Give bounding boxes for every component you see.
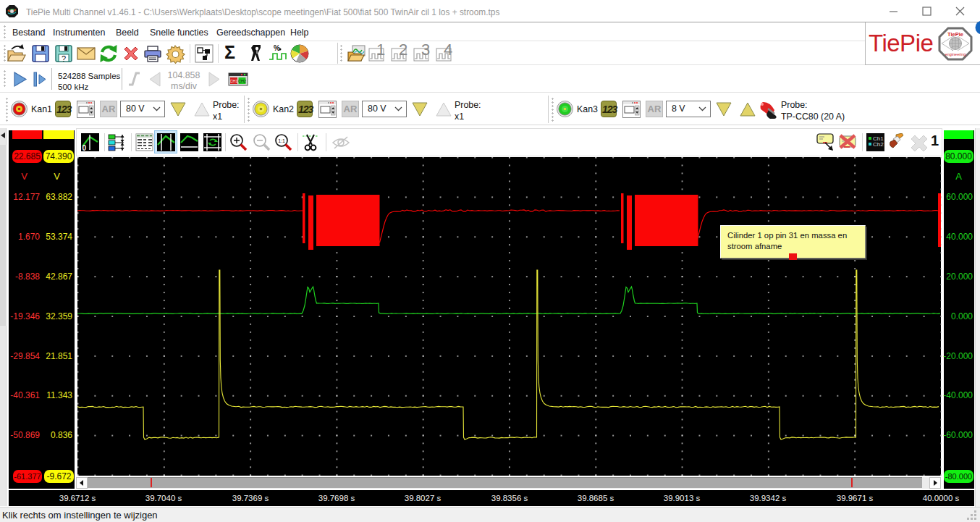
svg-text:3: 3 bbox=[421, 43, 430, 59]
svg-text:TiePie: TiePie bbox=[947, 31, 963, 38]
svg-text:4: 4 bbox=[444, 43, 452, 59]
svg-text:%: % bbox=[274, 44, 280, 52]
svg-text:1:1: 1:1 bbox=[278, 138, 285, 143]
svg-text:CH2: CH2 bbox=[238, 79, 246, 83]
svg-text:Ch2: Ch2 bbox=[873, 141, 884, 148]
svg-text:?: ? bbox=[62, 54, 66, 63]
svg-text:engineering: engineering bbox=[945, 52, 966, 56]
svg-text:2: 2 bbox=[399, 43, 407, 59]
svg-text:CH1: CH1 bbox=[229, 79, 237, 83]
svg-text:1: 1 bbox=[376, 43, 385, 59]
svg-text:0: 0 bbox=[83, 144, 87, 151]
